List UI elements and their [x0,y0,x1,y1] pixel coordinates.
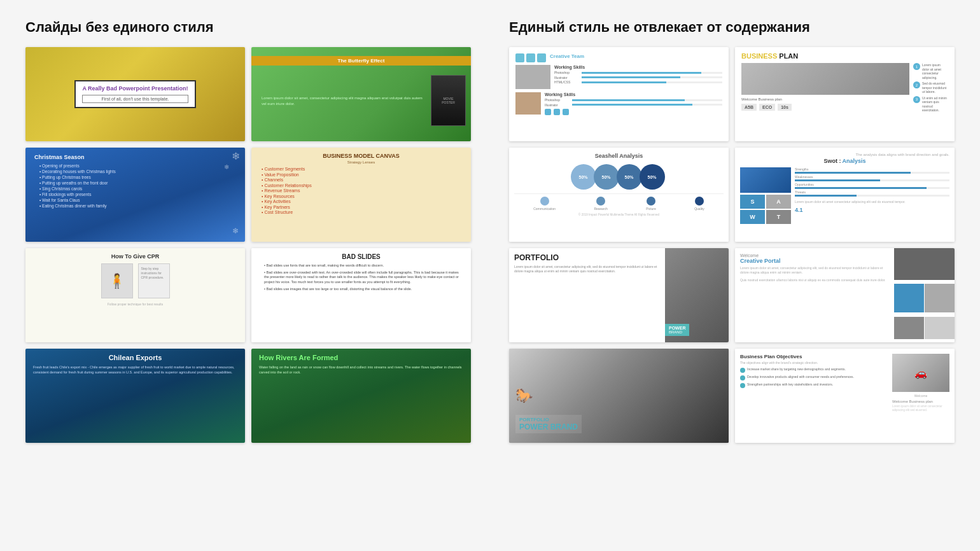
bpo-item-2: Develop innovative products aligned with… [740,375,888,380]
rivers-text: Water falling on the land as rain or sno… [259,365,463,375]
ct-icons-group [515,53,546,62]
cp-img-2 [894,284,924,312]
bpo-left: Business Plan Objectives The objectives … [740,354,888,438]
bmc-item-5: Revenue Streams [258,188,465,193]
bp-welcome-label: Welcome Business plan [741,97,909,101]
skill-row-illustrator: Illustrator [554,76,722,80]
main-layout: Слайды без единого стиля A Really Bad Po… [25,19,955,443]
swot-photo [740,167,791,193]
skill-bar-bg-html [582,81,722,83]
good-slide-portfolio[interactable]: PORTFOLIO Lorem ipsum dolor sit amet, co… [509,248,729,342]
swot-bar-bg-4 [795,195,949,197]
bp-num-3: 10s [778,104,792,111]
snowflake-icon: ❄ [232,150,240,162]
christmas-item-4: Putting up wreaths on the front door [34,181,236,185]
bs-title: BAD SLIDES [259,253,463,260]
ss-foot-3: Picture [646,197,656,211]
bp-right: 1 Lorem ipsum dolor sit amet consectetur… [913,63,948,115]
ct-skills-1: Working Skills Photoshop Illustrator [554,65,722,89]
bpo-sub: The objectives align with the brand's st… [740,361,888,365]
swot-bar-label-1: Strengths [795,167,949,171]
bp-step-1: 1 Lorem ipsum dolor sit amet consectetur… [913,63,948,80]
ss-foot-icon-1 [540,197,549,206]
bp-step-3: 3 Ut enim ad minim veniam quis nostrud e… [913,96,948,113]
ss-foot-1: Communication [533,197,556,211]
swot-grid: S A W T [740,195,791,224]
good-slide-creative-portal[interactable]: Welcome Creative Portal Lorem ipsum dolo… [735,248,955,342]
good-slide-bpo[interactable]: Business Plan Objectives The objectives … [735,349,955,443]
bmc-item-1: Customer Segments [258,167,465,171]
slide-movie[interactable]: The Butterfly Effect Lorem ipsum dolor s… [251,47,471,141]
swot-bar-bg-1 [795,172,949,174]
portfolio-title: PORTFOLIO [514,253,660,262]
good-slide-swot[interactable]: The analysis data aligns with brand dire… [735,148,955,242]
ss-foot-label-4: Quality [694,207,704,211]
skill-bar-bg-ps [582,72,722,74]
good-slide-creative-team[interactable]: Creative Team Working Skills Photoshop [509,47,729,141]
bpo-text-2: Develop innovative products aligned with… [747,375,854,379]
bmc-item-7: Key Activities [258,199,465,204]
movie-banner: The Butterfly Effect [251,56,471,66]
slide-bad-slides[interactable]: BAD SLIDES Bad slides use fonts that are… [251,248,471,342]
rivers-title: How Rivers Are Formed [259,354,463,361]
horse-image: 🐎 [515,387,533,404]
bpo-img: 🚗 [892,354,949,392]
bp-title: BUSINESS PLAN [741,52,948,60]
cpr-diagram: 🧍 Step by step instructions for CPR proc… [101,263,170,298]
skill-row-ps2: Photoshop [545,98,722,102]
ss-circle-1: 50% [571,164,596,190]
ss-foot-label-2: Research [594,207,607,211]
cpr-footer: Follow proper technique for best results [108,302,164,306]
skill-bar-bg-ps2 [572,99,722,101]
skill-row-html: HTML/CSS [554,80,722,84]
bmc-item-2: Value Proposition [258,172,465,177]
cp-img-5 [925,317,955,339]
slide-rivers[interactable]: How Rivers Are Formed Water falling on t… [251,349,471,443]
bp-step-text-2: Sed do eiusmod tempor incididunt ut labo… [922,81,948,94]
ct-icon-3 [537,53,546,62]
bpo-label: Welcome Business plan [892,400,949,403]
cpr-title: How To Give CPR [111,253,159,260]
p2-portfolio-label: PORTFOLIO POWER BRAND [515,415,582,433]
christmas-item-7: Wait for Santa Claus [34,198,236,202]
chilean-title: Chilean Exports [33,354,237,361]
bpo-item-1: Increase market share by targeting new d… [740,367,888,373]
ct-photo-1 [515,65,550,89]
swot-num: 4.1 [795,207,803,213]
slide-bad-ppt[interactable]: A Really Bad Powerpoint Presentation! Fi… [25,47,245,141]
slide-christmas[interactable]: ❄ ❄ ❄ Christmas Season Opening of presen… [25,148,245,242]
ss-copyright: © 2019 Impact Powerful Multimedia Theme … [514,213,724,216]
swot-s: S [740,195,765,209]
slide-cpr[interactable]: How To Give CPR 🧍 Step by step instructi… [25,248,245,342]
bmc-item-6: Key Resources [258,194,465,199]
skill-bar-fill-il2 [572,104,692,106]
bp-step-num-1: 1 [913,63,920,70]
good-slides-grid: Creative Team Working Skills Photoshop [509,47,955,443]
cpr-box-1: 🧍 [101,263,133,298]
bpo-dot-3 [740,383,745,388]
swot-footer: 4.1 [795,207,949,213]
bad-ppt-title: A Really Bad Powerpoint Presentation! [82,85,188,93]
bmc-item-9: Cost Structure [258,210,465,214]
swot-right: Strengths Weaknesses [795,167,949,224]
swot-bar-fill-2 [795,179,880,181]
swot-bar-label-4: Threats [795,190,949,194]
good-slide-portfolio2[interactable]: 🐎 PORTFOLIO POWER BRAND [509,349,729,443]
cp-desc: Lorem ipsum dolor sit amet, consectetur … [740,266,889,275]
ss-foot-icon-4 [695,197,704,206]
skill-label-ps2: Photoshop [545,98,570,102]
bp-photo [741,63,909,95]
skill-label-il2: Illustrator [545,103,570,107]
ct-icon-1 [515,53,524,62]
christmas-item-1: Opening of presents [34,164,236,168]
good-slide-business-plan[interactable]: BUSINESS PLAN Welcome Business plan A5B … [735,47,955,141]
christmas-item-8: Eating Christmas dinner with family [34,204,236,208]
bmc-item-3: Channels [258,178,465,182]
slide-chilean-exports[interactable]: Chilean Exports Fresh fruit leads Chile'… [25,349,245,443]
swot-title: Swot : Analysis [740,158,949,164]
ss-circle-2: 50% [594,164,619,190]
bpo-title: Business Plan Objectives [740,354,888,359]
slide-bmc[interactable]: BUSINESS MODEL CANVAS Strategy Lenses Cu… [251,148,471,242]
bmc-item-4: Customer Relationships [258,183,465,188]
good-slide-seashell[interactable]: Seashell Analysis 50% 50% 50% 50% Commun… [509,148,729,242]
